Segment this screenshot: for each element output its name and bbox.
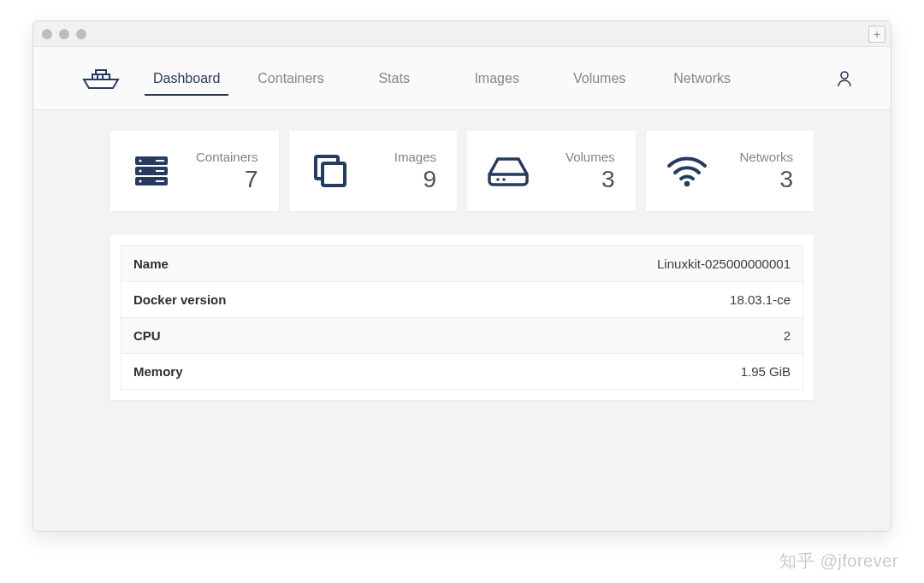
info-key: CPU <box>133 328 161 343</box>
card-volumes-label: Volumes <box>534 150 615 164</box>
svg-point-16 <box>502 178 506 181</box>
card-images-label: Images <box>356 150 437 164</box>
window-minimize-button[interactable] <box>59 29 69 39</box>
info-row-memory: Memory 1.95 GiB <box>121 354 803 390</box>
card-containers-label: Containers <box>177 150 258 164</box>
volumes-icon <box>483 152 534 190</box>
nav-volumes[interactable]: Volumes <box>548 47 651 109</box>
nav-networks[interactable]: Networks <box>651 47 754 109</box>
card-containers[interactable]: Containers 7 <box>110 131 279 211</box>
svg-point-17 <box>684 181 689 186</box>
dashboard-content: Containers 7 Images 9 <box>33 110 891 531</box>
system-info-panel: Name Linuxkit-025000000001 Docker versio… <box>110 235 814 400</box>
window-titlebar: + <box>33 21 891 47</box>
window-zoom-button[interactable] <box>76 29 86 39</box>
card-networks-label: Networks <box>713 150 794 164</box>
networks-icon <box>661 152 713 190</box>
card-networks-value: 3 <box>713 166 794 193</box>
card-networks[interactable]: Networks 3 <box>646 131 814 211</box>
user-menu-button[interactable] <box>832 67 856 91</box>
info-key: Memory <box>133 364 183 379</box>
info-row-cpu: CPU 2 <box>121 318 803 354</box>
svg-point-2 <box>841 72 848 79</box>
nav-images[interactable]: Images <box>446 47 548 109</box>
svg-point-6 <box>139 159 141 162</box>
svg-point-15 <box>496 178 500 181</box>
info-row-docker-version: Docker version 18.03.1-ce <box>121 282 803 318</box>
watermark-text: 知乎 @jforever <box>779 550 898 573</box>
svg-rect-13 <box>323 163 345 186</box>
info-value: Linuxkit-025000000001 <box>657 256 791 271</box>
info-value: 2 <box>784 328 791 343</box>
svg-point-7 <box>139 169 141 172</box>
nav-dashboard[interactable]: Dashboard <box>134 47 239 109</box>
stat-cards-row: Containers 7 Images 9 <box>110 131 814 211</box>
nav-links: Dashboard Containers Stats Images Volume… <box>134 47 832 109</box>
card-volumes[interactable]: Volumes 3 <box>467 131 636 211</box>
browser-window: + Dashboard Containers Stats Images Volu… <box>33 21 891 532</box>
info-key: Docker version <box>133 292 226 307</box>
images-icon <box>305 150 356 192</box>
svg-rect-9 <box>156 160 164 162</box>
card-images-value: 9 <box>356 166 437 193</box>
app-logo-icon[interactable] <box>76 66 126 91</box>
nav-containers[interactable]: Containers <box>239 47 342 109</box>
info-value: 18.03.1-ce <box>730 292 791 307</box>
info-row-name: Name Linuxkit-025000000001 <box>121 245 803 282</box>
top-nav: Dashboard Containers Stats Images Volume… <box>33 47 891 110</box>
svg-point-8 <box>139 180 141 182</box>
nav-stats[interactable]: Stats <box>343 47 446 109</box>
card-images[interactable]: Images 9 <box>289 131 458 211</box>
info-key: Name <box>133 256 169 271</box>
containers-icon <box>126 150 177 192</box>
new-tab-button[interactable]: + <box>868 26 886 43</box>
card-containers-value: 7 <box>177 166 258 193</box>
window-close-button[interactable] <box>42 29 52 39</box>
card-volumes-value: 3 <box>534 166 615 193</box>
svg-rect-10 <box>156 170 164 172</box>
info-value: 1.95 GiB <box>741 364 791 379</box>
svg-rect-11 <box>156 180 164 182</box>
